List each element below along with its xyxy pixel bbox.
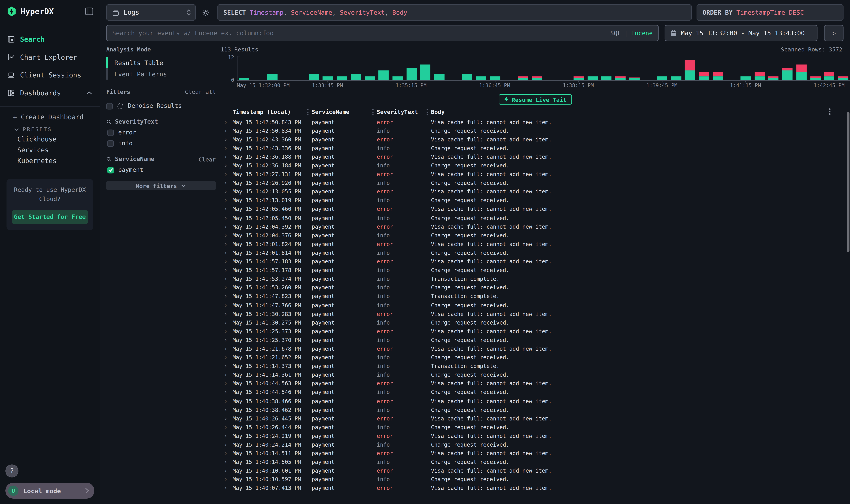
table-row[interactable]: ›May 15 1:42:05.460 PMpaymenterrorVisa c… (224, 205, 850, 214)
row-expand-icon[interactable]: › (224, 179, 233, 186)
column-servicename[interactable]: ServiceName (307, 108, 372, 114)
row-expand-icon[interactable]: › (224, 302, 233, 308)
create-dashboard-button[interactable]: + Create Dashboard (0, 107, 100, 121)
sidebar-item-chart-explorer[interactable]: Chart Explorer (0, 48, 100, 66)
row-expand-icon[interactable]: › (224, 485, 233, 491)
column-body[interactable]: Body (427, 108, 850, 114)
table-row[interactable]: ›May 15 1:42:43.360 PMpaymenterrorVisa c… (224, 135, 850, 144)
info-checkbox[interactable] (107, 140, 114, 146)
get-started-button[interactable]: Get Started for Free (12, 210, 88, 224)
row-expand-icon[interactable]: › (224, 450, 233, 457)
table-row[interactable]: ›May 15 1:40:14.511 PMpaymenterrorVisa c… (224, 449, 850, 458)
table-row[interactable]: ›May 15 1:40:38.462 PMpaymentinfoCharge … (224, 406, 850, 414)
search-input[interactable]: Search your events w/ Lucene ex. column:… (106, 25, 658, 41)
row-expand-icon[interactable]: › (224, 240, 233, 248)
table-row[interactable]: ›May 15 1:42:27.131 PMpaymenterrorVisa c… (224, 170, 850, 179)
row-expand-icon[interactable]: › (224, 389, 233, 396)
order-by-input[interactable]: ORDER BY TimestampTime DESC (697, 4, 843, 21)
row-expand-icon[interactable]: › (224, 371, 233, 378)
row-expand-icon[interactable]: › (224, 284, 233, 291)
filter-option-info[interactable]: info (106, 140, 216, 147)
table-row[interactable]: ›May 15 1:42:05.450 PMpaymentinfoCharge … (224, 214, 850, 222)
table-row[interactable]: ›May 15 1:40:10.601 PMpaymenterrorVisa c… (224, 467, 850, 475)
presets-toggle[interactable]: PRESETS (0, 121, 100, 132)
row-expand-icon[interactable]: › (224, 415, 233, 422)
table-row[interactable]: ›May 15 1:40:24.219 PMpaymenterrorVisa c… (224, 432, 850, 440)
row-expand-icon[interactable]: › (224, 310, 233, 317)
row-expand-icon[interactable]: › (224, 197, 233, 204)
table-row[interactable]: ›May 15 1:41:30.275 PMpaymentinfoCharge … (224, 318, 850, 327)
row-expand-icon[interactable]: › (224, 337, 233, 343)
sidebar-item-dashboards[interactable]: Dashboards (0, 84, 100, 102)
clear-all-button[interactable]: Clear all (185, 88, 216, 95)
table-row[interactable]: ›May 15 1:42:26.920 PMpaymentinfoCharge … (224, 179, 850, 187)
filter-group-clear-button[interactable]: Clear (199, 156, 216, 162)
run-query-button[interactable]: ▷ (824, 25, 844, 41)
row-expand-icon[interactable]: › (224, 467, 233, 474)
mode-event-patterns[interactable]: Event Patterns (106, 68, 216, 80)
row-expand-icon[interactable]: › (224, 432, 233, 439)
table-options-icon[interactable] (829, 108, 830, 116)
row-expand-icon[interactable]: › (224, 328, 233, 335)
row-expand-icon[interactable]: › (224, 127, 233, 134)
resume-live-tail-button[interactable]: Resume Live Tail (499, 94, 572, 105)
table-row[interactable]: ›May 15 1:40:14.505 PMpaymentinfoCharge … (224, 458, 850, 467)
user-menu[interactable]: U Local mode (5, 483, 94, 499)
table-row[interactable]: ›May 15 1:42:43.336 PMpaymentinfoCharge … (224, 144, 850, 152)
table-row[interactable]: ›May 15 1:41:47.823 PMpaymentinfoTransac… (224, 292, 850, 301)
table-row[interactable]: ›May 15 1:42:13.019 PMpaymentinfoCharge … (224, 196, 850, 205)
table-row[interactable]: ›May 15 1:41:30.283 PMpaymenterrorVisa c… (224, 309, 850, 318)
table-row[interactable]: ›May 15 1:41:14.373 PMpaymentinfoTransac… (224, 362, 850, 371)
table-row[interactable]: ›May 15 1:40:38.466 PMpaymenterrorVisa c… (224, 397, 850, 406)
source-select[interactable]: Logs (106, 4, 196, 21)
row-expand-icon[interactable]: › (224, 119, 233, 125)
sidebar-item-kubernetes[interactable]: Kubernetes (0, 154, 100, 165)
sidebar-item-services[interactable]: Services (0, 143, 100, 154)
table-row[interactable]: ›May 15 1:41:21.678 PMpaymenterrorVisa c… (224, 344, 850, 353)
payment-checkbox[interactable] (107, 167, 114, 173)
row-expand-icon[interactable]: › (224, 171, 233, 178)
row-expand-icon[interactable]: › (224, 458, 233, 466)
table-row[interactable]: ›May 15 1:42:36.188 PMpaymenterrorVisa c… (224, 152, 850, 161)
row-expand-icon[interactable]: › (224, 205, 233, 213)
sql-mode-button[interactable]: SQL (610, 30, 621, 36)
table-row[interactable]: ›May 15 1:42:50.843 PMpaymenterrorVisa c… (224, 118, 850, 126)
table-row[interactable]: ›May 15 1:40:26.445 PMpaymenterrorVisa c… (224, 414, 850, 423)
source-settings-button[interactable] (200, 9, 211, 16)
mode-results-table[interactable]: Results Table (106, 57, 216, 68)
table-row[interactable]: ›May 15 1:42:36.184 PMpaymentinfoCharge … (224, 161, 850, 170)
results-histogram[interactable]: 12 0 May 15 1:32:00 PM1:33:45 PM1:35:15 … (221, 56, 850, 88)
row-expand-icon[interactable]: › (224, 214, 233, 221)
row-expand-icon[interactable]: › (224, 275, 233, 282)
help-button[interactable]: ? (5, 464, 18, 478)
row-expand-icon[interactable]: › (224, 397, 233, 404)
more-filters-button[interactable]: More filters (106, 181, 216, 190)
filter-option-error[interactable]: error (106, 129, 216, 136)
row-expand-icon[interactable]: › (224, 136, 233, 143)
row-expand-icon[interactable]: › (224, 345, 233, 352)
row-expand-icon[interactable]: › (224, 223, 233, 230)
table-row[interactable]: ›May 15 1:41:57.178 PMpaymentinfoCharge … (224, 266, 850, 275)
table-row[interactable]: ›May 15 1:42:01.824 PMpaymenterrorVisa c… (224, 240, 850, 248)
table-row[interactable]: ›May 15 1:41:25.373 PMpaymenterrorVisa c… (224, 327, 850, 336)
row-expand-icon[interactable]: › (224, 319, 233, 326)
row-expand-icon[interactable]: › (224, 153, 233, 160)
select-query-input[interactable]: SELECT Timestamp, ServiceName, SeverityT… (217, 4, 692, 21)
time-range-picker[interactable]: May 15 13:32:00 - May 15 13:43:00 (665, 25, 817, 41)
row-expand-icon[interactable]: › (224, 354, 233, 361)
row-expand-icon[interactable]: › (224, 293, 233, 300)
table-row[interactable]: ›May 15 1:40:26.444 PMpaymentinfoCharge … (224, 423, 850, 432)
table-row[interactable]: ›May 15 1:42:50.834 PMpaymentinfoCharge … (224, 126, 850, 135)
row-expand-icon[interactable]: › (224, 406, 233, 413)
column-timestamp[interactable]: Timestamp (Local) (233, 108, 307, 114)
row-expand-icon[interactable]: › (224, 188, 233, 195)
table-row[interactable]: ›May 15 1:41:25.370 PMpaymentinfoCharge … (224, 336, 850, 344)
row-expand-icon[interactable]: › (224, 145, 233, 151)
sidebar-collapse-icon[interactable] (85, 8, 93, 15)
lucene-mode-button[interactable]: Lucene (631, 30, 653, 36)
row-expand-icon[interactable]: › (224, 162, 233, 169)
table-row[interactable]: ›May 15 1:42:13.055 PMpaymenterrorVisa c… (224, 187, 850, 196)
denoise-checkbox[interactable] (106, 103, 113, 109)
denoise-filter[interactable]: Denoise Results (106, 102, 216, 109)
table-row[interactable]: ›May 15 1:41:57.183 PMpaymenterrorVisa c… (224, 257, 850, 266)
